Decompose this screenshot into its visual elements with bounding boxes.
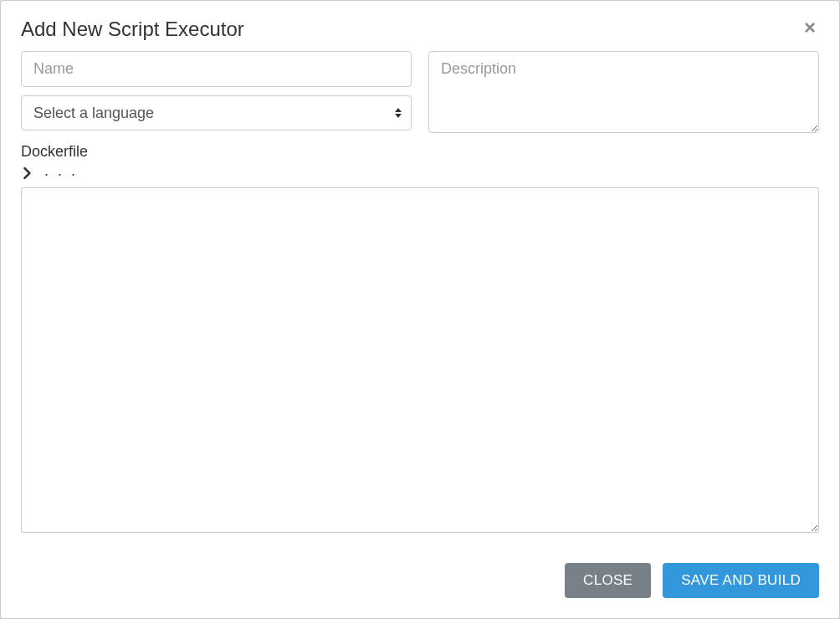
modal-body: Select a language Dockerfile . . . [1,51,839,546]
form-left-column: Select a language [21,51,412,133]
close-icon[interactable]: × [801,18,819,38]
chevron-right-icon[interactable] [23,167,33,179]
form-top-row: Select a language [21,51,819,133]
modal-title: Add New Script Executor [21,18,244,41]
collapsed-indicator: . . . [44,163,78,178]
language-select-wrapper: Select a language [21,95,412,130]
form-right-column [428,51,819,133]
dockerfile-label: Dockerfile [21,143,819,161]
dockerfile-editor[interactable] [21,187,819,533]
modal-footer: CLOSE SAVE AND BUILD [1,546,839,618]
modal-header: Add New Script Executor × [1,1,839,51]
add-script-executor-modal: Add New Script Executor × Select a langu… [0,0,840,619]
save-and-build-button[interactable]: SAVE AND BUILD [663,563,819,598]
dockerfile-collapse-row: . . . [21,166,819,181]
name-input[interactable] [21,51,412,87]
language-select[interactable]: Select a language [21,95,412,130]
description-textarea[interactable] [428,51,819,133]
close-button[interactable]: CLOSE [565,563,651,598]
